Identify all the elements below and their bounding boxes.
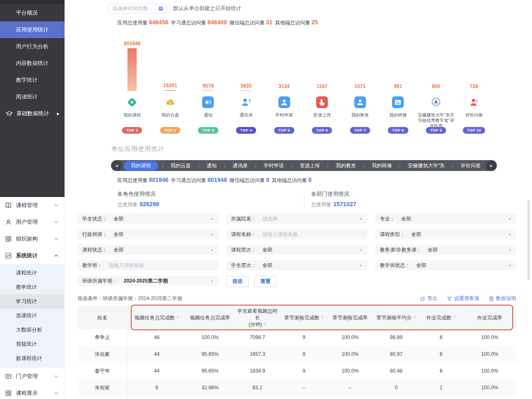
sidebar-item-平台概况[interactable]: 平台概况 xyxy=(0,5,65,21)
table-row[interactable]: 朱程家642.86%63.2----01100.0% xyxy=(78,379,516,396)
filter-input-教学班[interactable]: 教学班：请输入班级名称 xyxy=(78,260,218,270)
tab-我的教发[interactable]: 我的教发 xyxy=(332,161,359,171)
chart-item-通讯录[interactable]: 5835通讯录TOP 4 xyxy=(227,40,265,134)
stat-item: 其他端总访问量25 xyxy=(275,19,321,26)
reset-button[interactable]: 重置 xyxy=(254,276,277,287)
select-arrow-icon: ▼ xyxy=(508,233,511,236)
tab-scroll-left-button[interactable]: ◀ xyxy=(111,160,122,171)
bar-value: 728 xyxy=(470,83,478,89)
filter-label: 课程状态： xyxy=(82,246,107,254)
cell-value: 80.48 xyxy=(374,368,419,374)
filter-select-班级所属学期[interactable]: 班级所属学期：2024-2025第二学期▼ xyxy=(78,276,218,286)
filter-select-学生层次[interactable]: 学生层次：全部▼ xyxy=(226,260,367,270)
table-row[interactable]: 詹争义46100.0%7098.79100.0%98.896100.0% xyxy=(78,329,516,346)
sidebar-item-阅读统计[interactable]: 阅读统计 xyxy=(0,88,65,105)
submenu-item-学习统计[interactable]: 学习统计 xyxy=(0,294,64,308)
filter-select-所属院系[interactable]: 所属院系：请选择▼ xyxy=(226,214,367,224)
submenu-item-课程统计[interactable]: 课程统计 xyxy=(0,266,64,280)
link-设置查看项[interactable]: 设置查看项 xyxy=(447,295,479,302)
tab-学时申请[interactable]: 学时申请 xyxy=(260,161,287,171)
tab-通知[interactable]: 通知 xyxy=(203,161,220,171)
table-row[interactable]: 张自豪4495.65%1657.39100.0%80.976100.0% xyxy=(78,346,516,363)
sidebar-item-用户行为分析[interactable]: 用户行为分析 xyxy=(0,38,65,55)
sidebar-group-用户管理[interactable]: 用户管理 xyxy=(0,214,64,231)
cell-value: 100.0% xyxy=(463,334,516,340)
sidebar-item-内容数据统计[interactable]: 内容数据统计 xyxy=(0,55,65,72)
chart-item-安徽建筑大学“东方节能优秀教学奖”评选投票[interactable]: 805安徽建筑大学“东方节能优秀教学奖”评选投票TOP 9 xyxy=(417,40,455,134)
sort-icon: ▲▼ xyxy=(321,315,324,319)
filter-select-课程类型[interactable]: 课程类型：全部▼ xyxy=(375,229,516,239)
column-header-章节测验平均分[interactable]: 章节测验平均分▲▼ xyxy=(374,314,419,321)
filter-form: 学生状态：全部▼所属院系：请选择▼专业：全部▼行政班级：全部▼课程名称：请输入课… xyxy=(78,214,516,287)
filter-value: 全部 xyxy=(262,262,359,269)
column-header-作业完成率[interactable]: 作业完成率 xyxy=(463,314,516,321)
sidebar-group-课程展示[interactable]: 课程展示 xyxy=(0,385,64,399)
tab-通讯录[interactable]: 通讯录 xyxy=(229,161,251,171)
column-header-视频任务点完成数[interactable]: 视频任务点完成数▲▼ xyxy=(127,314,187,321)
tab-我的研修[interactable]: 我的研修 xyxy=(369,161,395,171)
submenu-item-选课统计[interactable]: 选课统计 xyxy=(0,308,64,323)
sidebar-item-教学统计[interactable]: 教学统计 xyxy=(0,72,65,88)
vertical-scrollbar-thumb[interactable] xyxy=(527,200,530,280)
tab-我的云盘[interactable]: 我的云盘 xyxy=(167,161,194,171)
chart-item-资源上传[interactable]: 1167资源上传TOP 6 xyxy=(303,40,341,134)
usage-bar xyxy=(240,91,252,91)
submenu-item-教学统计[interactable]: 教学统计 xyxy=(0,280,64,294)
chart-item-我的教发[interactable]: 1071我的教发TOP 7 xyxy=(341,40,379,134)
chart-item-学时申请[interactable]: 3134学时申请TOP 5 xyxy=(265,40,303,134)
column-header-学生观看视频总时长[interactable]: 学生观看视频总时长(分钟)▲▼ xyxy=(234,308,281,328)
date-range-input[interactable]: 请选择时间范围 xyxy=(108,4,167,13)
sidebar-group-门户管理[interactable]: 门户管理 xyxy=(0,368,64,385)
table-toolbar: 导出设置查看项数据说明 xyxy=(420,295,516,302)
chart-item-我的研修[interactable]: 991我的研修TOP 8 xyxy=(379,40,417,134)
link-数据说明[interactable]: 数据说明 xyxy=(489,295,516,302)
chevron-up-icon xyxy=(54,254,58,257)
filter-label: 教学班状态： xyxy=(380,262,410,269)
topbar: 请选择时间范围 默认从单位创建之日开始统计 xyxy=(108,4,516,13)
filter-select-教务课/非教务课[interactable]: 教务课/非教务课：全部▼ xyxy=(375,245,516,255)
usage-bar xyxy=(202,91,214,91)
stat-value: 801946 xyxy=(208,176,227,183)
tab-评价问卷[interactable]: 评价问卷 xyxy=(457,161,484,171)
column-header-章节测验完成率[interactable]: 章节测验完成率 xyxy=(327,314,374,321)
submenu-item-答疑统计[interactable]: 答疑统计 xyxy=(0,337,64,351)
sidebar-group-系统统计[interactable]: 系统统计 xyxy=(0,247,64,264)
stat-item: 微信端总访问量31 xyxy=(229,19,275,26)
sidebar-item-应用使用统计[interactable]: 应用使用统计 xyxy=(0,21,65,38)
table-row[interactable]: 姜守申4495.65%1834.99100.0%80.486100.0% xyxy=(78,363,516,379)
filter-button[interactable]: 筛选 xyxy=(226,276,249,287)
submenu-item-新课程统计[interactable]: 新课程统计 xyxy=(0,351,64,365)
filter-select-专业[interactable]: 专业：全部▼ xyxy=(375,214,516,224)
filter-select-课程层次[interactable]: 课程层次：全部▼ xyxy=(226,245,367,255)
table-row[interactable]: 弓延坤49100.0%215.210100.0%994100.0% xyxy=(78,396,516,399)
column-header-作业完成数[interactable]: 作业完成数▲▼ xyxy=(419,314,463,321)
tab-scroll-right-button[interactable]: ▶ xyxy=(486,160,497,171)
filter-select-学生状态[interactable]: 学生状态：全部▼ xyxy=(78,214,218,224)
cell-value: 44 xyxy=(127,351,187,357)
sidebar-group-组织架构[interactable]: 组织架构 xyxy=(0,231,64,247)
filter-select-教学班状态[interactable]: 教学班状态：全部▼ xyxy=(375,260,516,270)
chart-item-通知[interactable]: 9578通知TOP 3 xyxy=(189,40,227,134)
column-header-章节测验完成数[interactable]: 章节测验完成数▲▼ xyxy=(281,314,327,321)
sidebar-item-label: 教学统计 xyxy=(16,76,38,84)
column-header-视频任务点完成率[interactable]: 视频任务点完成率 xyxy=(187,314,234,321)
tab-资源上传[interactable]: 资源上传 xyxy=(296,161,323,171)
chart-item-我的课程[interactable]: 801946我的课程TOP 1 xyxy=(113,40,151,134)
submenu-item-大数据分析[interactable]: 大数据分析 xyxy=(0,323,64,337)
column-header-name[interactable]: 姓名 xyxy=(78,314,127,321)
link-导出[interactable]: 导出 xyxy=(420,295,437,302)
chart-item-评价问卷[interactable]: 728评价问卷TOP 10 xyxy=(455,40,493,134)
column-header-label: 作业完成率 xyxy=(477,315,502,321)
chart-item-我的云盘[interactable]: 16301我的云盘TOP 2 xyxy=(151,40,189,134)
filter-input-课程名称[interactable]: 课程名称：请输入课程名称 xyxy=(226,229,367,239)
stat-item: 微信端总访问量0 xyxy=(229,176,272,184)
sidebar-item-basic-data[interactable]: 基础数据统计 ▶ xyxy=(0,105,65,122)
top-rank-badge: TOP 7 xyxy=(350,127,370,134)
filter-select-课程状态[interactable]: 课程状态：全部▼ xyxy=(78,245,218,255)
tab-安徽建筑大学“东[interactable]: 安徽建筑大学“东 xyxy=(405,161,448,171)
sidebar-group-课程管理[interactable]: 课程管理 xyxy=(0,197,64,214)
tab-我的课程[interactable]: 我的课程 xyxy=(124,161,158,171)
panel-total-value: 1571027 xyxy=(333,201,356,207)
filter-select-行政班级[interactable]: 行政班级：全部▼ xyxy=(78,229,218,239)
chart-item-label: 我的课程 xyxy=(112,112,152,125)
